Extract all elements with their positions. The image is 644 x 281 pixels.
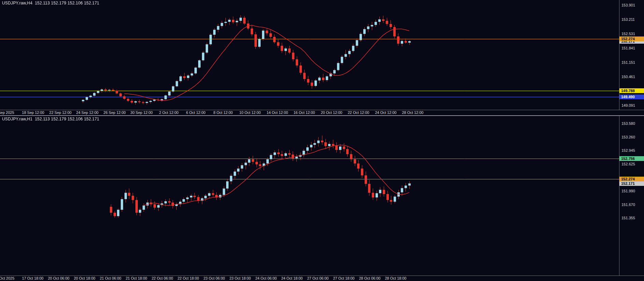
time-label: 6 Oct 12:00 <box>186 110 206 115</box>
time-label: 22 Oct 18:00 <box>178 276 199 280</box>
price-badge: 149.788 <box>619 88 644 93</box>
time-label: 24 Oct 06:00 <box>255 276 277 280</box>
chart-panel-h4: USDJPY.raw,H4 152.113 152.179 152.106 15… <box>0 0 644 115</box>
time-label: Sep 2025 <box>0 110 14 115</box>
h1-price-axis[interactable]: 153.580153.260152.945152.625151.990151.6… <box>619 116 644 276</box>
time-label: 20 Oct 06:00 <box>48 276 70 280</box>
h1-chart-title: USDJPY.raw,H1 152.113 152.179 152.106 15… <box>2 117 99 121</box>
time-label: 20 Oct 12:00 <box>321 110 342 115</box>
price-label: 151.841 <box>621 46 635 50</box>
price-label: 152.625 <box>621 162 635 166</box>
time-label: 27 Oct 06:00 <box>307 276 329 280</box>
price-badge: 152.274 <box>619 177 644 181</box>
time-label: 21 Oct 18:00 <box>126 276 147 280</box>
time-label: Oct 2025 <box>0 276 14 280</box>
time-label: 22 Oct 12:00 <box>348 110 369 115</box>
price-badge: 149.490 <box>619 94 644 99</box>
h4-chart-area: USDJPY.raw,H4 152.113 152.179 152.106 15… <box>0 0 619 110</box>
h4-chart-title: USDJPY.raw,H4 152.113 152.179 152.106 15… <box>2 1 99 5</box>
time-label: 17 Oct 18:00 <box>22 276 44 280</box>
price-label: 153.580 <box>621 121 635 126</box>
price-label: 153.260 <box>621 135 635 139</box>
h1-time-axis[interactable]: Oct 202517 Oct 18:0020 Oct 06:0020 Oct 1… <box>0 276 644 281</box>
price-label: 153.901 <box>621 3 635 8</box>
trading-terminal: USDJPY.raw,H4 152.113 152.179 152.106 15… <box>0 0 644 281</box>
time-label: 22 Sep 12:00 <box>49 110 71 115</box>
price-label: 151.990 <box>621 189 635 193</box>
time-label: 24 Sep 12:00 <box>76 110 98 115</box>
price-label: 153.211 <box>621 17 635 22</box>
h4-time-axis[interactable]: Sep 202518 Sep 12:0022 Sep 12:0024 Sep 1… <box>0 110 644 115</box>
time-label: 10 Oct 12:00 <box>239 110 261 115</box>
price-badge: 152.274 <box>619 36 644 41</box>
price-label: 151.670 <box>621 203 635 207</box>
time-label: 30 Sep 12:00 <box>130 110 152 115</box>
time-label: 28 Oct 12:00 <box>402 110 424 115</box>
h1-chart-area: USDJPY.raw,H1 152.113 152.179 152.106 15… <box>0 116 619 276</box>
price-label: 152.531 <box>621 32 635 36</box>
time-label: 16 Oct 12:00 <box>294 110 315 115</box>
h1-chart-canvas[interactable] <box>0 116 619 276</box>
time-label: 22 Oct 06:00 <box>152 276 173 280</box>
time-label: 27 Oct 18:00 <box>333 276 355 280</box>
price-label: 150.461 <box>621 75 635 79</box>
price-label: 149.091 <box>621 103 635 108</box>
price-badge: 152.756 <box>619 156 644 161</box>
price-label: 151.151 <box>621 60 635 65</box>
time-label: 24 Oct 12:00 <box>375 110 397 115</box>
time-label: 23 Oct 06:00 <box>204 276 225 280</box>
time-label: 23 Oct 18:00 <box>230 276 251 280</box>
time-label: 18 Sep 12:00 <box>22 110 44 115</box>
time-label: 2 Oct 12:00 <box>159 110 179 115</box>
time-label: 24 Oct 18:00 <box>281 276 303 280</box>
time-label: 14 Oct 12:00 <box>267 110 288 115</box>
time-label: 8 Oct 12:00 <box>214 110 233 115</box>
time-label: 28 Oct 18:00 <box>385 276 407 280</box>
h4-price-axis[interactable]: 153.901153.211152.531151.841151.151150.4… <box>619 0 644 110</box>
time-label: 28 Oct 06:00 <box>359 276 381 280</box>
price-label: 152.945 <box>621 148 635 153</box>
chart-panel-h1: USDJPY.raw,H1 152.113 152.179 152.106 15… <box>0 115 644 281</box>
h4-chart-canvas[interactable] <box>0 0 619 110</box>
time-label: 21 Oct 06:00 <box>100 276 121 280</box>
price-badge: 152.171 <box>619 181 644 186</box>
price-label: 151.355 <box>621 216 635 220</box>
time-label: 26 Sep 12:00 <box>103 110 126 115</box>
time-label: 20 Oct 18:00 <box>74 276 96 280</box>
